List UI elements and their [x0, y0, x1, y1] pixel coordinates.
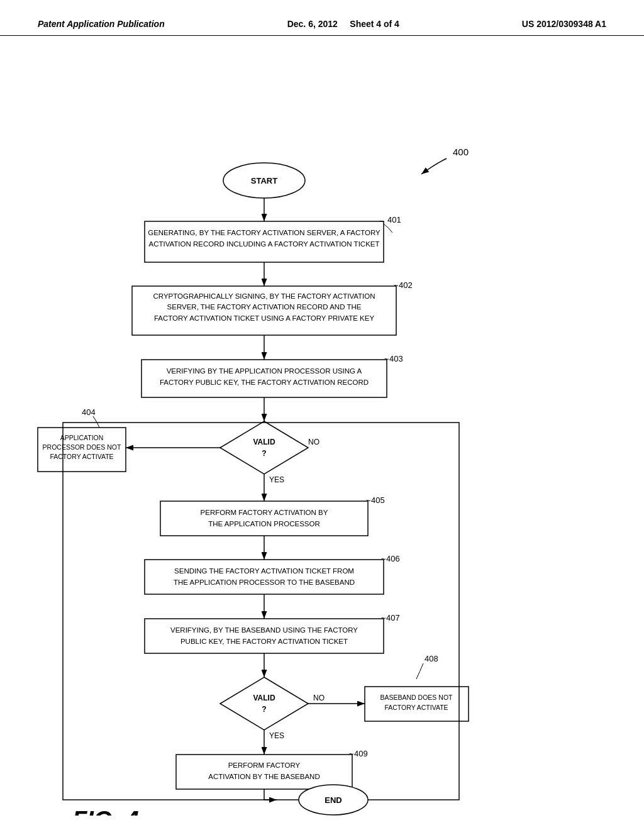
ref-407: 407: [386, 613, 400, 622]
diamond-valid2: [220, 677, 308, 730]
start-label: START: [251, 176, 277, 185]
fig-label: FIG. 4: [72, 807, 139, 816]
node-405-rect: [160, 501, 368, 536]
publication-label: Patent Application Publication: [38, 19, 165, 29]
flowchart-svg: 400 START GENERATING, BY THE FACTORY ACT…: [0, 36, 644, 816]
node-404-text2: PROCESSOR DOES NOT: [43, 443, 121, 451]
ref-408-curve: [416, 663, 423, 679]
date-sheet: Dec. 6, 2012 Sheet 4 of 4: [287, 19, 399, 29]
patent-number: US 2012/0309348 A1: [522, 19, 606, 29]
node-406-rect: [145, 560, 384, 594]
diamond-valid1: [220, 421, 308, 474]
ref-407-tilde: ~: [381, 613, 386, 622]
ref-402-tilde: ~: [394, 280, 399, 290]
node-404-text1: APPLICATION: [60, 434, 104, 441]
node-407-rect: [145, 619, 384, 653]
node-403-text2: FACTORY PUBLIC KEY, THE FACTORY ACTIVATI…: [160, 379, 369, 386]
yes-label-1: YES: [269, 475, 284, 484]
sheet-label: Sheet 4 of 4: [350, 19, 399, 29]
page-header: Patent Application Publication Dec. 6, 2…: [0, 0, 644, 36]
ref-405: 405: [371, 495, 385, 505]
node-409-text1: PERFORM FACTORY: [228, 761, 301, 769]
ref-403-tilde: ~: [384, 354, 389, 363]
node-402-text2: SERVER, THE FACTORY ACTIVATION RECORD AN…: [167, 303, 362, 311]
ref-406-tilde: ~: [381, 554, 386, 563]
ref-401-tilde: ~: [379, 216, 384, 226]
node-401-text2: ACTIVATION RECORD INCLUDING A FACTORY AC…: [149, 240, 380, 248]
diagram-area: 400 START GENERATING, BY THE FACTORY ACT…: [0, 36, 644, 816]
page: Patent Application Publication Dec. 6, 2…: [0, 0, 644, 830]
diamond-valid2-text2: ?: [262, 705, 266, 714]
diamond-valid2-text1: VALID: [253, 694, 275, 702]
node-407-text1: VERIFYING, BY THE BASEBAND USING THE FAC…: [170, 626, 358, 634]
node-402-text3: FACTORY ACTIVATION TICKET USING A FACTOR…: [154, 314, 375, 322]
ref-400: 400: [453, 147, 469, 157]
no-label-1: NO: [308, 438, 319, 446]
ref-400-arrow: [421, 158, 447, 174]
date-label: Dec. 6, 2012: [287, 19, 338, 29]
enclosing-rect: [63, 423, 459, 800]
ref-401: 401: [387, 215, 401, 224]
node-408-text2: FACTORY ACTIVATE: [384, 704, 448, 711]
ref-404: 404: [82, 407, 96, 417]
node-406-text2: THE APPLICATION PROCESSOR TO THE BASEBAN…: [174, 578, 355, 586]
no-label-2: NO: [313, 694, 325, 702]
ref-403: 403: [389, 354, 403, 363]
node-408-text1: BASEBAND DOES NOT: [380, 694, 453, 701]
ref-405-tilde: ~: [366, 495, 371, 505]
node-404-text3: FACTORY ACTIVATE: [50, 453, 113, 460]
ref-409: 409: [354, 749, 368, 758]
ref-406: 406: [386, 554, 400, 563]
yes-label-2: YES: [269, 731, 284, 740]
end-label: END: [325, 795, 341, 805]
node-401-text1: GENERATING, BY THE FACTORY ACTIVATION SE…: [148, 229, 380, 236]
node-405-text1: PERFORM FACTORY ACTIVATION BY: [201, 509, 328, 516]
ref-408: 408: [425, 654, 438, 663]
ref-401-curve: [384, 224, 392, 233]
node-409-rect: [176, 755, 352, 789]
node-409-text2: ACTIVATION BY THE BASEBAND: [208, 773, 319, 780]
diamond-valid1-text2: ?: [262, 449, 266, 458]
node-406-text1: SENDING THE FACTORY ACTIVATION TICKET FR…: [174, 567, 354, 575]
node-407-text2: PUBLIC KEY, THE FACTORY ACTIVATION TICKE…: [180, 638, 348, 645]
node-405-text2: THE APPLICATION PROCESSOR: [208, 520, 319, 528]
node-403-text1: VERIFYING BY THE APPLICATION PROCESSOR U…: [167, 367, 362, 375]
ref-402: 402: [399, 280, 413, 290]
node-402-text1: CRYPTOGRAPHICALLY SIGNING, BY THE FACTOR…: [153, 292, 375, 300]
ref-409-tilde: ~: [349, 749, 354, 758]
diamond-valid1-text1: VALID: [253, 438, 275, 446]
